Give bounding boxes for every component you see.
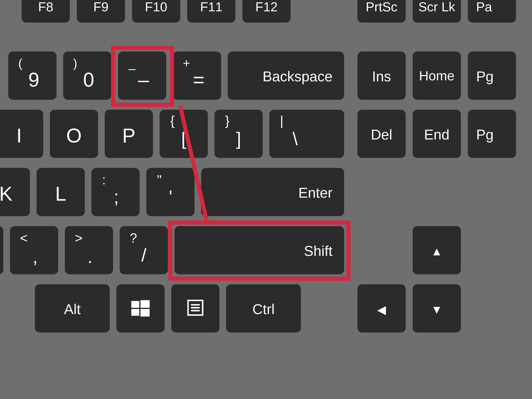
- key-alt-right[interactable]: Alt: [35, 284, 110, 332]
- key-enter[interactable]: Enter: [201, 168, 344, 216]
- key-f9-label: F9: [77, 0, 125, 14]
- key-bracket-right-label: ]: [236, 128, 241, 149]
- key-arrow-down[interactable]: ▼: [413, 284, 461, 332]
- key-i[interactable]: I: [0, 110, 43, 158]
- key-comma[interactable]: < ,: [10, 226, 58, 274]
- key-prtsc[interactable]: PrtSc: [357, 0, 406, 23]
- menu-icon: [171, 298, 219, 317]
- key-backspace-label: Backspace: [262, 68, 332, 85]
- arrow-down-icon: ▼: [413, 303, 461, 316]
- key-p[interactable]: P: [105, 110, 153, 158]
- key-arrow-up[interactable]: ▲: [413, 226, 461, 274]
- key-quote[interactable]: " ': [146, 168, 195, 216]
- key-period-label: .: [88, 246, 93, 267]
- key-f11[interactable]: F11: [187, 0, 235, 23]
- key-ctrl-right[interactable]: Ctrl: [226, 284, 301, 332]
- key-pgdn-label: Pg: [476, 126, 494, 143]
- key-semicolon-label: ;: [114, 186, 119, 207]
- key-f12-label: F12: [242, 0, 291, 14]
- key-pause-label: Pa: [476, 0, 492, 14]
- key-end[interactable]: End: [413, 110, 461, 158]
- key-alt-label: Alt: [35, 301, 110, 317]
- key-menu[interactable]: [171, 284, 219, 332]
- key-period[interactable]: > .: [65, 226, 113, 274]
- key-f8[interactable]: F8: [22, 0, 70, 23]
- highlight-shift-key: [168, 221, 350, 281]
- key-slash[interactable]: ? /: [120, 226, 168, 274]
- arrow-left-icon: ◀: [357, 303, 406, 317]
- key-l-label: L: [37, 182, 85, 205]
- key-home-label: Home: [413, 68, 461, 83]
- key-semicolon[interactable]: : ;: [91, 168, 140, 216]
- key-f10-label: F10: [132, 0, 180, 14]
- key-o-label: O: [50, 124, 98, 147]
- key-backspace[interactable]: Backspace: [228, 51, 344, 100]
- arrow-up-icon: ▲: [413, 245, 461, 258]
- key-equals-shift: +: [183, 56, 190, 70]
- key-9[interactable]: ( 9: [8, 51, 57, 100]
- key-m[interactable]: M: [0, 226, 3, 274]
- key-bracket-left-shift: {: [170, 113, 175, 128]
- key-9-label: 9: [28, 68, 39, 91]
- key-del[interactable]: Del: [357, 110, 406, 158]
- windows-icon: [116, 298, 165, 318]
- key-backslash-label: \: [293, 128, 298, 149]
- key-pgup-label: Pg: [476, 68, 494, 85]
- key-end-label: End: [413, 126, 461, 143]
- svg-rect-0: [131, 301, 139, 308]
- key-pgdn[interactable]: Pg: [468, 110, 516, 158]
- key-windows[interactable]: [116, 284, 165, 332]
- key-quote-shift: ": [157, 172, 162, 188]
- highlight-minus-key: [111, 46, 174, 107]
- key-enter-label: Enter: [298, 184, 332, 201]
- key-slash-label: /: [141, 244, 146, 266]
- key-bracket-right-shift: }: [225, 113, 230, 128]
- svg-rect-3: [140, 309, 150, 317]
- key-scrlk-label: Scr Lk: [413, 0, 461, 14]
- key-comma-label: ,: [32, 246, 38, 267]
- key-bracket-right[interactable]: } ]: [215, 110, 263, 158]
- key-equals-label: =: [193, 68, 204, 91]
- key-0-label: 0: [83, 68, 94, 91]
- key-period-shift: >: [75, 230, 83, 246]
- key-pause[interactable]: Pa: [468, 0, 516, 23]
- key-ins[interactable]: Ins: [357, 51, 406, 100]
- key-l[interactable]: L: [37, 168, 85, 216]
- key-p-label: P: [105, 124, 153, 147]
- key-quote-label: ': [169, 186, 172, 207]
- key-k[interactable]: K: [0, 168, 30, 216]
- key-o[interactable]: O: [50, 110, 98, 158]
- key-prtsc-label: PrtSc: [357, 0, 406, 14]
- key-f11-label: F11: [187, 0, 235, 14]
- key-9-shift: (: [18, 56, 22, 70]
- key-home[interactable]: Home: [413, 51, 461, 100]
- svg-rect-2: [131, 309, 139, 316]
- key-k-label: K: [0, 182, 30, 205]
- key-backslash-shift: |: [280, 113, 284, 128]
- key-slash-shift: ?: [130, 230, 137, 246]
- key-backslash[interactable]: | \: [269, 110, 344, 158]
- key-equals[interactable]: + =: [173, 51, 221, 100]
- key-0-shift: ): [73, 56, 77, 70]
- key-f9[interactable]: F9: [77, 0, 125, 23]
- key-m-label: M: [0, 241, 3, 263]
- key-arrow-left[interactable]: ◀: [357, 284, 406, 332]
- key-f12[interactable]: F12: [242, 0, 291, 23]
- key-ins-label: Ins: [357, 68, 406, 85]
- key-semicolon-shift: :: [102, 172, 106, 188]
- key-f8-label: F8: [22, 0, 70, 14]
- key-0[interactable]: ) 0: [63, 51, 111, 100]
- key-del-label: Del: [357, 126, 406, 143]
- key-i-label: I: [0, 124, 43, 147]
- key-scrlk[interactable]: Scr Lk: [413, 0, 461, 23]
- key-ctrl-label: Ctrl: [226, 301, 301, 317]
- key-comma-shift: <: [20, 230, 28, 246]
- keyboard-diagram: F8 F9 F10 F11 F12 PrtSc Scr Lk Pa ( 9 ) …: [0, 0, 532, 399]
- svg-rect-1: [140, 300, 150, 308]
- key-pgup[interactable]: Pg: [468, 51, 516, 100]
- key-f10[interactable]: F10: [132, 0, 180, 23]
